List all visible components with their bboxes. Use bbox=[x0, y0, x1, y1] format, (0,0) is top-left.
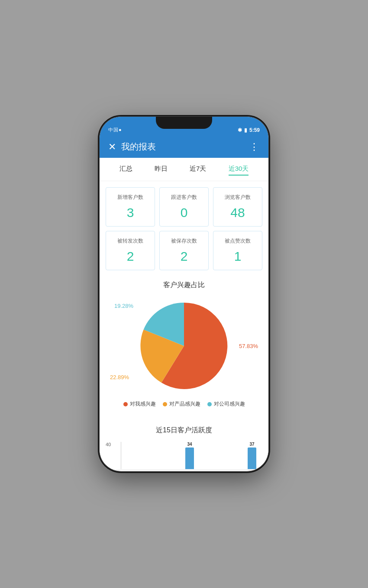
bar-value-37: 37 bbox=[249, 442, 254, 447]
stat-label-save: 被保存次数 bbox=[164, 237, 204, 245]
stat-value-save: 2 bbox=[164, 249, 204, 264]
tab-30days[interactable]: 近30天 bbox=[229, 165, 249, 176]
stat-label-browse: 浏览客户数 bbox=[218, 194, 258, 201]
stat-value-like: 1 bbox=[218, 249, 258, 264]
pie-chart-section: 客户兴趣占比 19.28% bbox=[100, 270, 268, 422]
legend-dot-red bbox=[123, 402, 128, 406]
main-content: 汇总 昨日 近7天 近30天 新增客户数 3 跟进客户数 0 浏览客户数 48 bbox=[100, 158, 268, 469]
more-menu-button[interactable]: ⋮ bbox=[249, 141, 260, 153]
stat-card-forward: 被转发次数 2 bbox=[106, 231, 155, 270]
stat-value-new: 3 bbox=[110, 205, 150, 220]
pie-chart-title: 客户兴趣占比 bbox=[106, 281, 262, 290]
header-left: ✕ 我的报表 bbox=[108, 141, 156, 153]
phone-frame: 中国● ✱ ▮ 5:59 ✕ 我的报表 ⋮ 汇总 昨日 近7天 近30天 bbox=[100, 117, 268, 471]
legend-label-orange: 对产品感兴趣 bbox=[169, 400, 200, 408]
stat-card-browse: 浏览客户数 48 bbox=[213, 187, 262, 227]
activity-title: 近15日客户活跃度 bbox=[106, 426, 262, 435]
carrier-text: 中国● bbox=[108, 127, 122, 133]
phone-screen: 中国● ✱ ▮ 5:59 ✕ 我的报表 ⋮ 汇总 昨日 近7天 近30天 bbox=[100, 117, 268, 471]
legend-label-red: 对我感兴趣 bbox=[130, 400, 156, 408]
stat-label-like: 被点赞次数 bbox=[218, 237, 258, 245]
tab-yesterday[interactable]: 昨日 bbox=[155, 165, 168, 176]
pie-chart-wrapper: 19.28% bbox=[106, 298, 262, 393]
bar-chart-area: 1 34 37 bbox=[121, 442, 258, 469]
stats-grid-row1: 新增客户数 3 跟进客户数 0 浏览客户数 48 bbox=[100, 181, 268, 227]
page-title: 我的报表 bbox=[121, 141, 156, 153]
stat-label-new: 新增客户数 bbox=[110, 194, 150, 201]
stat-value-followup: 0 bbox=[164, 205, 204, 220]
legend-item-red: 对我感兴趣 bbox=[123, 400, 156, 408]
pie-label-red: 57.83% bbox=[239, 343, 258, 349]
activity-section: 近15日客户活跃度 40 1 1 bbox=[100, 422, 268, 469]
bar-34 bbox=[185, 447, 194, 469]
tab-summary[interactable]: 汇总 bbox=[119, 165, 132, 176]
pie-label-orange: 22.89% bbox=[110, 374, 129, 380]
bar-37 bbox=[248, 447, 256, 469]
y-label-40: 40 bbox=[106, 442, 111, 447]
app-header: ✕ 我的报表 ⋮ bbox=[100, 136, 268, 158]
stat-value-browse: 48 bbox=[218, 205, 258, 220]
stats-grid-row2: 被转发次数 2 被保存次数 2 被点赞次数 1 bbox=[100, 227, 268, 270]
stat-value-forward: 2 bbox=[110, 249, 150, 264]
stat-card-new-customers: 新增客户数 3 bbox=[106, 187, 155, 227]
legend-label-blue: 对公司感兴趣 bbox=[214, 400, 245, 408]
bluetooth-icon: ✱ bbox=[238, 127, 242, 133]
bar-group-34: 34 bbox=[185, 442, 194, 469]
stat-card-followup: 跟进客户数 0 bbox=[159, 187, 209, 227]
stat-card-like: 被点赞次数 1 bbox=[213, 231, 262, 270]
stat-card-save: 被保存次数 2 bbox=[159, 231, 209, 270]
bar-chart-container: 40 1 1 34 bbox=[106, 442, 262, 469]
close-button[interactable]: ✕ bbox=[108, 141, 116, 153]
bar-group-1: 1 bbox=[123, 442, 132, 469]
legend-item-blue: 对公司感兴趣 bbox=[207, 400, 245, 408]
bar-group-37: 37 bbox=[248, 442, 256, 469]
battery-icon: ▮ bbox=[244, 127, 247, 133]
stat-label-followup: 跟进客户数 bbox=[164, 194, 204, 201]
pie-chart-svg bbox=[136, 298, 232, 393]
legend-item-orange: 对产品感兴趣 bbox=[163, 400, 200, 408]
legend-dot-orange bbox=[163, 402, 167, 406]
tab-7days[interactable]: 近7天 bbox=[190, 165, 206, 176]
tab-bar: 汇总 昨日 近7天 近30天 bbox=[100, 158, 268, 181]
status-right: ✱ ▮ 5:59 bbox=[238, 127, 260, 133]
pie-label-blue: 19.28% bbox=[114, 303, 133, 309]
stat-label-forward: 被转发次数 bbox=[110, 237, 150, 245]
chart-legend: 对我感兴趣 对产品感兴趣 对公司感兴趣 bbox=[106, 393, 262, 415]
time-display: 5:59 bbox=[249, 127, 260, 133]
bar-value-34: 34 bbox=[187, 442, 192, 447]
notch bbox=[156, 117, 212, 129]
legend-dot-blue bbox=[207, 402, 212, 406]
